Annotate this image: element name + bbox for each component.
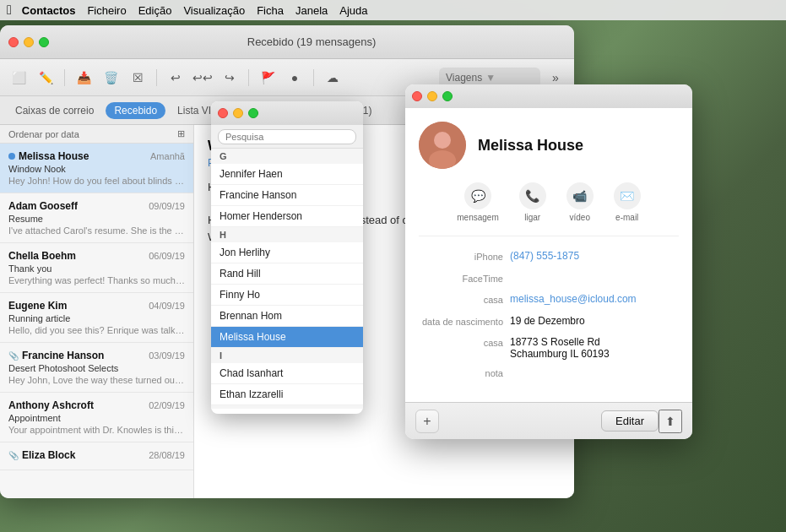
action-call-btn[interactable]: 📞 ligar <box>519 182 546 222</box>
close-button[interactable] <box>8 37 19 47</box>
menu-edicao[interactable]: Edição <box>138 4 172 17</box>
maximize-button[interactable] <box>39 37 49 47</box>
contact-item-jennifer-haen[interactable]: Jennifer Haen <box>211 164 363 185</box>
search-placeholder: Viagens <box>446 72 482 84</box>
tab-caixas-de-correio[interactable]: Caixas de correio <box>7 102 102 119</box>
mail-date: 09/09/19 <box>149 201 185 211</box>
contacts-maximize-btn[interactable] <box>248 108 258 118</box>
menu-visualizacao[interactable]: Visualização <box>183 4 245 17</box>
sort-label[interactable]: Ordenar por data <box>8 129 79 139</box>
mail-window-title: Recebido (19 mensagens) <box>57 35 566 48</box>
mail-item[interactable]: Eugene Kim 04/09/19 Running article Hell… <box>0 293 193 343</box>
message-icon: 💬 <box>464 182 491 209</box>
contact-item-finny-ho[interactable]: Finny Ho <box>211 285 363 306</box>
menu-ficha[interactable]: Ficha <box>257 4 284 17</box>
delete-button[interactable]: 🗑️ <box>99 66 122 90</box>
mail-item-header: Eugene Kim 04/09/19 <box>8 300 185 312</box>
unread-dot <box>8 153 15 160</box>
mail-date: 04/09/19 <box>149 301 185 311</box>
contact-item-chad-isanhart[interactable]: Chad Isanhart <box>211 363 363 384</box>
mark-button[interactable]: ● <box>283 66 306 90</box>
detail-close-btn[interactable] <box>412 91 422 101</box>
compose-button[interactable]: ✏️ <box>34 66 57 90</box>
forward-button[interactable]: ↪ <box>218 66 241 90</box>
toolbar-sep-4 <box>313 69 314 86</box>
contact-item-brennan-hom[interactable]: Brennan Hom <box>211 306 363 327</box>
mail-date: 02/09/19 <box>149 400 185 410</box>
action-message-btn[interactable]: 💬 mensagem <box>457 182 498 222</box>
mail-item[interactable]: Adam Gooseff 09/09/19 Resume I've attach… <box>0 193 193 243</box>
svg-point-1 <box>434 132 451 149</box>
contact-item-ethan-izzarelli[interactable]: Ethan Izzarelli <box>211 384 363 405</box>
action-email-btn[interactable]: ✉️ e-mail <box>614 182 641 222</box>
mail-item[interactable]: 📎 Francine Hanson 03/09/19 Desert Photos… <box>0 343 193 393</box>
action-video-btn[interactable]: 📹 vídeo <box>566 182 594 222</box>
contacts-search-input[interactable] <box>218 129 356 144</box>
field-label-facetime: FaceTime <box>419 272 503 287</box>
field-facetime: FaceTime <box>419 272 679 287</box>
reply-button[interactable]: ↩ <box>164 66 187 90</box>
minimize-button[interactable] <box>24 37 34 47</box>
mail-subject: Window Nook <box>8 164 185 174</box>
menu-janela[interactable]: Janela <box>295 4 328 17</box>
filter-icon[interactable]: ⊞ <box>177 128 185 139</box>
mail-subject: Running article <box>8 313 185 323</box>
contact-item-jon-herlihy[interactable]: Jon Herlihy <box>211 242 363 263</box>
contacts-scroll-area: G Jennifer Haen Francine Hanson Homer He… <box>211 149 363 409</box>
tab-recebido[interactable]: Recebido <box>106 102 165 119</box>
contacts-list-window: G Jennifer Haen Francine Hanson Homer He… <box>211 101 363 414</box>
detail-minimize-btn[interactable] <box>427 91 437 101</box>
flag-button[interactable]: 🚩 <box>256 66 279 90</box>
junk-button[interactable]: ☒ <box>126 66 149 90</box>
add-button[interactable]: + <box>415 410 439 433</box>
contacts-section-g: G <box>211 149 363 164</box>
toolbar-sep-3 <box>248 69 249 86</box>
menu-ajuda[interactable]: Ajuda <box>339 4 367 17</box>
mail-subject: Desert Photoshoot Selects <box>8 363 185 373</box>
attachment-icon: 📎 <box>8 451 19 460</box>
contact-item-rand-hill[interactable]: Rand Hill <box>211 263 363 285</box>
edit-button[interactable]: Editar <box>601 410 659 432</box>
move-button[interactable]: ☁ <box>321 66 344 90</box>
archive-button[interactable]: 📥 <box>72 66 95 90</box>
detail-body: Melissa House 💬 mensagem 📞 ligar 📹 vídeo… <box>405 108 692 395</box>
detail-maximize-btn[interactable] <box>442 91 453 101</box>
toolbar-sep-1 <box>64 69 65 86</box>
get-mail-button[interactable]: ⬜ <box>7 66 30 90</box>
contacts-close-btn[interactable] <box>218 108 228 118</box>
field-label-email: casa <box>419 293 503 308</box>
action-email-label: e-mail <box>615 213 638 222</box>
mail-date: Amanhã <box>150 151 185 161</box>
contacts-titlebar <box>211 101 363 125</box>
apple-menu[interactable]:  <box>7 3 12 18</box>
contacts-section-i: I <box>211 348 363 363</box>
mail-item-header: 📎 Eliza Block 28/08/19 <box>8 449 185 461</box>
attachment-icon: 📎 <box>8 351 19 361</box>
share-button[interactable]: ⬆ <box>659 410 682 433</box>
menu-ficheiro[interactable]: Ficheiro <box>87 4 126 17</box>
video-icon: 📹 <box>566 182 594 209</box>
contact-item-francine-hanson[interactable]: Francine Hanson <box>211 185 363 206</box>
contact-item-melissa-house[interactable]: Melissa House <box>211 327 363 348</box>
reply-all-button[interactable]: ↩↩ <box>191 66 214 90</box>
contacts-minimize-btn[interactable] <box>233 108 243 118</box>
field-nota: nota <box>419 366 679 382</box>
action-message-label: mensagem <box>457 213 498 222</box>
contact-item-homer-henderson[interactable]: Homer Henderson <box>211 206 363 227</box>
menu-contactos[interactable]: Contactos <box>22 4 76 17</box>
detail-fields: iPhone (847) 555-1875 FaceTime casa meli… <box>419 250 679 382</box>
mail-item-header: Melissa House Amanhã <box>8 150 185 162</box>
mail-titlebar: Recebido (19 mensagens) <box>0 25 574 59</box>
mail-item[interactable]: Melissa House Amanhã Window Nook Hey Joh… <box>0 144 193 193</box>
mail-sender: Chella Boehm <box>8 250 76 262</box>
traffic-lights <box>8 37 49 47</box>
mail-item[interactable]: 📎 Eliza Block 28/08/19 <box>0 442 193 470</box>
action-call-label: ligar <box>524 213 540 222</box>
mail-item[interactable]: Chella Boehm 06/09/19 Thank you Everythi… <box>0 243 193 293</box>
mail-item[interactable]: Anthony Ashcroft 02/09/19 Appointment Yo… <box>0 393 193 442</box>
action-video-label: vídeo <box>570 213 590 222</box>
mail-sender: Eugene Kim <box>8 300 67 312</box>
contacts-section-h: H <box>211 227 363 242</box>
contact-name: Melissa House <box>478 137 583 155</box>
mail-sender: Adam Gooseff <box>8 200 78 212</box>
